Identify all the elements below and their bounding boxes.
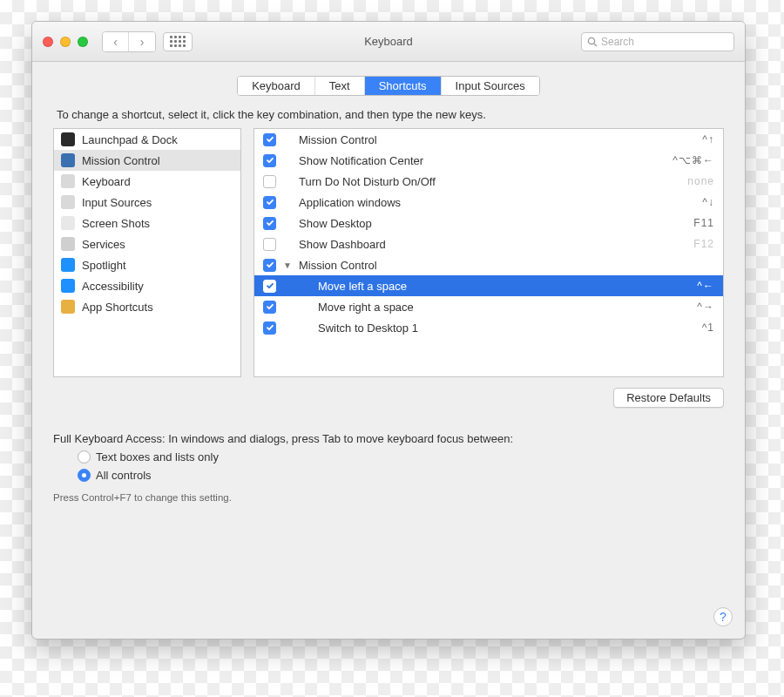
shortcut-checkbox[interactable] [263,280,276,293]
shortcut-label: Show Notification Center [299,154,666,167]
fka-option-label: Text boxes and lists only [96,450,219,464]
svg-point-0 [588,37,594,44]
fka-heading: Full Keyboard Access: In windows and dia… [53,432,724,445]
category-label: Launchpad & Dock [82,133,178,146]
shortcut-keys: F12 [693,238,714,250]
disclosure-triangle-icon[interactable]: ▼ [283,261,292,270]
category-list[interactable]: Launchpad & DockMission ControlKeyboardI… [53,128,241,377]
shortcut-label: Turn Do Not Disturb On/Off [299,175,680,188]
tab-segmented-control: Keyboard Text Shortcuts Input Sources [237,76,540,96]
category-label: Screen Shots [82,217,150,230]
category-icon [61,132,75,146]
shortcut-checkbox[interactable] [263,154,276,167]
zoom-icon[interactable] [78,37,88,47]
shortcut-checkbox[interactable] [263,217,276,230]
shortcut-row[interactable]: Show Notification Center^⌥⌘← [254,150,723,171]
full-keyboard-access: Full Keyboard Access: In windows and dia… [53,432,724,503]
tab-shortcuts[interactable]: Shortcuts [365,77,442,95]
shortcut-checkbox[interactable] [263,321,276,335]
search-field[interactable] [581,32,734,51]
panes: Launchpad & DockMission ControlKeyboardI… [53,128,724,377]
traffic-lights [43,37,88,47]
shortcut-checkbox[interactable] [263,238,276,251]
category-row[interactable]: Spotlight [54,254,240,275]
fka-option-all-controls[interactable]: All controls [78,469,724,482]
preferences-window: ‹ › Keyboard Keyboard Text Shortcuts Inp… [31,21,746,639]
category-icon [61,195,75,209]
tab-input-sources[interactable]: Input Sources [442,77,539,95]
shortcut-row[interactable]: Application windows^↓ [254,192,723,213]
category-label: Keyboard [82,175,131,188]
forward-button[interactable]: › [129,32,155,51]
category-row[interactable]: App Shortcuts [54,296,240,317]
shortcut-row[interactable]: Show DashboardF12 [254,233,723,254]
shortcut-checkbox[interactable] [263,133,276,146]
category-icon [61,279,75,293]
shortcut-label: Show Desktop [299,217,686,230]
category-icon [61,153,75,167]
category-row[interactable]: Services [54,233,240,254]
shortcut-keys: ^↑ [702,133,714,145]
tab-keyboard[interactable]: Keyboard [238,77,315,95]
shortcut-checkbox[interactable] [263,175,276,188]
restore-defaults-button[interactable]: Restore Defaults [613,388,724,408]
category-icon [61,174,75,188]
shortcut-row[interactable]: Mission Control^↑ [254,129,723,150]
category-label: Accessibility [82,280,144,293]
category-icon [61,300,75,314]
shortcut-row[interactable]: Turn Do Not Disturb On/Offnone [254,171,723,192]
shortcut-row[interactable]: Switch to Desktop 1^1 [254,317,723,338]
shortcut-checkbox[interactable] [263,259,276,272]
shortcut-row[interactable]: Move left a space^← [254,275,723,296]
help-button[interactable]: ? [713,607,733,626]
search-input[interactable] [601,36,728,48]
content: To change a shortcut, select it, click t… [32,108,745,503]
shortcut-list[interactable]: Mission Control^↑Show Notification Cente… [253,128,724,377]
shortcut-label: Mission Control [299,259,707,272]
radio-icon [78,450,91,464]
fka-option-textboxes[interactable]: Text boxes and lists only [78,450,724,464]
shortcut-row[interactable]: Show DesktopF11 [254,213,723,233]
shortcut-checkbox[interactable] [263,301,276,314]
svg-line-1 [594,44,597,46]
shortcut-row[interactable]: Move right a space^→ [254,296,723,317]
shortcut-keys: F11 [693,217,714,229]
category-label: App Shortcuts [82,301,153,314]
shortcut-keys: ^1 [702,321,714,334]
category-label: Mission Control [82,154,160,167]
tab-bar: Keyboard Text Shortcuts Input Sources [32,62,745,105]
category-row[interactable]: Accessibility [54,275,240,296]
minimize-icon[interactable] [60,37,71,47]
shortcut-label: Show Dashboard [299,238,686,251]
fka-hint: Press Control+F7 to change this setting. [53,492,724,503]
category-label: Input Sources [82,196,152,209]
show-all-button[interactable] [163,32,193,51]
close-icon[interactable] [43,37,53,47]
category-row[interactable]: Launchpad & Dock [54,129,240,150]
category-icon [61,237,75,251]
category-row[interactable]: Screen Shots [54,213,240,233]
category-row[interactable]: Mission Control [54,150,240,171]
shortcut-label: Move right a space [299,301,690,314]
shortcut-keys: ^→ [697,301,714,313]
shortcut-keys: none [687,175,714,187]
tab-text[interactable]: Text [315,77,365,95]
category-icon [61,216,75,230]
shortcut-keys: ^↓ [702,196,714,208]
fka-option-label: All controls [96,469,152,482]
search-icon [587,37,598,47]
back-button[interactable]: ‹ [103,32,129,51]
category-row[interactable]: Input Sources [54,192,240,213]
shortcut-row[interactable]: ▼Mission Control [254,254,723,275]
instruction-text: To change a shortcut, select it, click t… [57,108,720,121]
radio-icon [78,469,91,482]
shortcut-label: Move left a space [299,280,690,293]
category-icon [61,258,75,272]
category-label: Services [82,238,125,251]
shortcut-checkbox[interactable] [263,196,276,209]
shortcut-keys: ^⌥⌘← [672,154,714,166]
category-label: Spotlight [82,259,126,272]
shortcut-keys: ^← [697,280,714,292]
titlebar: ‹ › Keyboard [32,22,745,62]
category-row[interactable]: Keyboard [54,171,240,192]
